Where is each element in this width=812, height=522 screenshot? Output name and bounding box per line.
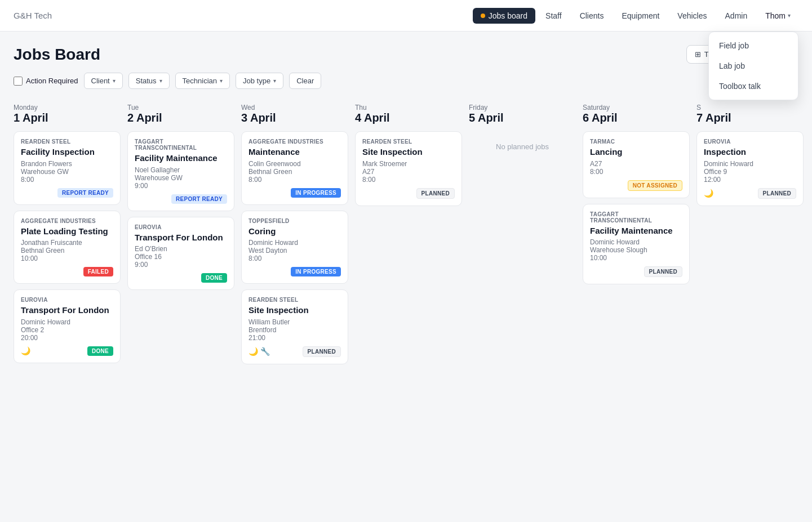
chevron-down-icon: ▾	[788, 12, 791, 19]
day-date: 5 April	[469, 111, 576, 124]
day-column-0: Monday1 April REARDEN STEEL Facility Ins…	[14, 98, 121, 364]
card-footer: IN PROGRESS	[249, 188, 341, 198]
card-location: Warehouse GW	[135, 174, 227, 182]
day-column-5: Saturday6 April TARMAC Lancing A27 8:00 …	[583, 98, 690, 364]
day-cards: EUROVIA Inspection Dominic Howard Office…	[696, 131, 804, 356]
card-time: 10:00	[21, 255, 113, 262]
card-tech: Dominic Howard	[590, 238, 682, 246]
job-card[interactable]: TOPPESFIELD Coring Dominic Howard West D…	[241, 211, 348, 284]
day-column-6: S7 April EUROVIA Inspection Dominic Howa…	[696, 98, 804, 364]
filters-bar: Action Required Client ▾ Status ▾ Techni…	[0, 73, 812, 98]
job-card[interactable]: EUROVIA Transport For London Dominic How…	[14, 289, 121, 363]
card-tech: Jonathan Fruiscante	[21, 239, 113, 247]
card-time: 9:00	[135, 182, 227, 190]
card-footer: DONE	[135, 273, 227, 283]
card-title: Inspection	[704, 146, 796, 158]
nav-item-staff[interactable]: Staff	[538, 8, 570, 24]
card-tech: Brandon Flowers	[21, 160, 113, 168]
day-cards: REARDEN STEEL Site Inspection Mark Stroe…	[355, 131, 462, 356]
nav-item-clients[interactable]: Clients	[572, 8, 612, 24]
day-cards: TAGGART TRANSCONTINENTAL Facility Mainte…	[127, 131, 234, 356]
status-badge: PLANNED	[758, 188, 796, 199]
status-badge: NOT ASSIGNED	[628, 180, 682, 191]
dropdown-item-field-job[interactable]: Field job	[709, 35, 798, 56]
job-card[interactable]: REARDEN STEEL Facility Inspection Brando…	[14, 131, 121, 205]
card-icon: 🌙	[21, 346, 30, 355]
technician-filter-button[interactable]: Technician ▾	[175, 73, 230, 89]
card-footer: IN PROGRESS	[249, 267, 341, 276]
status-badge: DONE	[201, 273, 227, 283]
card-icons: 🌙	[21, 346, 30, 355]
card-title: Facility Maintenance	[590, 225, 682, 237]
card-footer: PLANNED	[362, 188, 455, 199]
nav-item-jobs-board[interactable]: Jobs board	[473, 8, 535, 24]
status-badge: REPORT READY	[171, 194, 227, 204]
card-time: 9:00	[135, 261, 227, 269]
card-title: Coring	[249, 226, 341, 237]
card-tech: Mark Stroemer	[362, 160, 455, 168]
job-card[interactable]: EUROVIA Transport For London Ed O'Brien …	[127, 217, 234, 291]
page-header: Jobs Board ⊞ Table view Create ▾	[0, 32, 812, 73]
clear-filters-button[interactable]: Clear	[289, 73, 321, 89]
card-client: EUROVIA	[21, 297, 113, 303]
card-client: AGGREGATE INDUSTRIES	[21, 218, 113, 224]
day-cards: AGGREGATE INDUSTRIES Maintenance Colin G…	[241, 131, 348, 364]
card-time: 20:00	[21, 334, 113, 342]
card-time: 8:00	[362, 176, 455, 184]
status-badge: DONE	[87, 346, 113, 356]
job-type-filter-button[interactable]: Job type ▾	[236, 73, 283, 89]
day-date: 6 April	[583, 111, 690, 124]
dropdown-item-lab-job[interactable]: Lab job	[709, 56, 798, 76]
day-name: Thu	[355, 104, 462, 111]
card-location: Bethnal Green	[21, 247, 113, 255]
action-required-filter[interactable]: Action Required	[14, 77, 78, 86]
card-client: TARMAC	[590, 139, 682, 145]
day-header: Thu4 April	[355, 98, 462, 131]
status-badge: IN PROGRESS	[291, 267, 341, 276]
card-time: 8:00	[249, 255, 341, 262]
client-filter-button[interactable]: Client ▾	[84, 73, 123, 89]
day-header: Tue2 April	[127, 98, 234, 131]
nav-item-vehicles[interactable]: Vehicles	[669, 8, 715, 24]
day-name: S	[696, 104, 804, 111]
user-menu[interactable]: Thom ▾	[757, 8, 798, 24]
job-card[interactable]: REARDEN STEEL Site Inspection Mark Stroe…	[355, 131, 462, 206]
card-footer: FAILED	[21, 267, 113, 276]
card-tech: William Butler	[249, 318, 341, 326]
card-client: EUROVIA	[135, 224, 227, 230]
job-card[interactable]: TAGGART TRANSCONTINENTAL Facility Mainte…	[583, 204, 690, 285]
day-name: Tue	[127, 104, 234, 111]
day-name: Monday	[14, 104, 121, 111]
day-header: Saturday6 April	[583, 98, 690, 131]
job-card[interactable]: REARDEN STEEL Site Inspection William Bu…	[241, 289, 348, 364]
card-footer: NOT ASSIGNED	[590, 180, 682, 191]
status-filter-button[interactable]: Status ▾	[128, 73, 170, 89]
day-cards: TARMAC Lancing A27 8:00 NOT ASSIGNED TAG…	[583, 131, 690, 356]
job-card[interactable]: TARMAC Lancing A27 8:00 NOT ASSIGNED	[583, 131, 690, 198]
nav-item-equipment[interactable]: Equipment	[614, 8, 667, 24]
card-location: Office 2	[21, 326, 113, 334]
table-icon: ⊞	[695, 50, 701, 59]
card-client: TAGGART TRANSCONTINENTAL	[590, 211, 682, 224]
card-title: Facility Inspection	[21, 146, 113, 158]
card-tech: Noel Gallagher	[135, 166, 227, 174]
job-card[interactable]: EUROVIA Inspection Dominic Howard Office…	[696, 131, 804, 206]
nav-item-admin[interactable]: Admin	[717, 8, 756, 24]
job-card[interactable]: TAGGART TRANSCONTINENTAL Facility Mainte…	[127, 131, 234, 211]
action-required-checkbox[interactable]	[14, 77, 23, 86]
job-card[interactable]: AGGREGATE INDUSTRIES Plate Loading Testi…	[14, 211, 121, 284]
day-header: Wed3 April	[241, 98, 348, 131]
chevron-down-icon: ▾	[273, 78, 276, 84]
card-location: Brentford	[249, 326, 341, 334]
day-cards: REARDEN STEEL Facility Inspection Brando…	[14, 131, 121, 363]
card-location: Warehouse GW	[21, 168, 113, 176]
day-date: 4 April	[355, 111, 462, 124]
card-time: 8:00	[590, 168, 682, 176]
card-tech: Colin Greenwood	[249, 160, 341, 168]
status-badge: REPORT READY	[57, 188, 113, 198]
dropdown-item-toolbox-talk[interactable]: Toolbox talk	[709, 76, 798, 96]
job-card[interactable]: AGGREGATE INDUSTRIES Maintenance Colin G…	[241, 131, 348, 205]
card-footer: 🌙 PLANNED	[704, 188, 796, 199]
day-date: 3 April	[241, 111, 348, 124]
day-date: 2 April	[127, 111, 234, 124]
